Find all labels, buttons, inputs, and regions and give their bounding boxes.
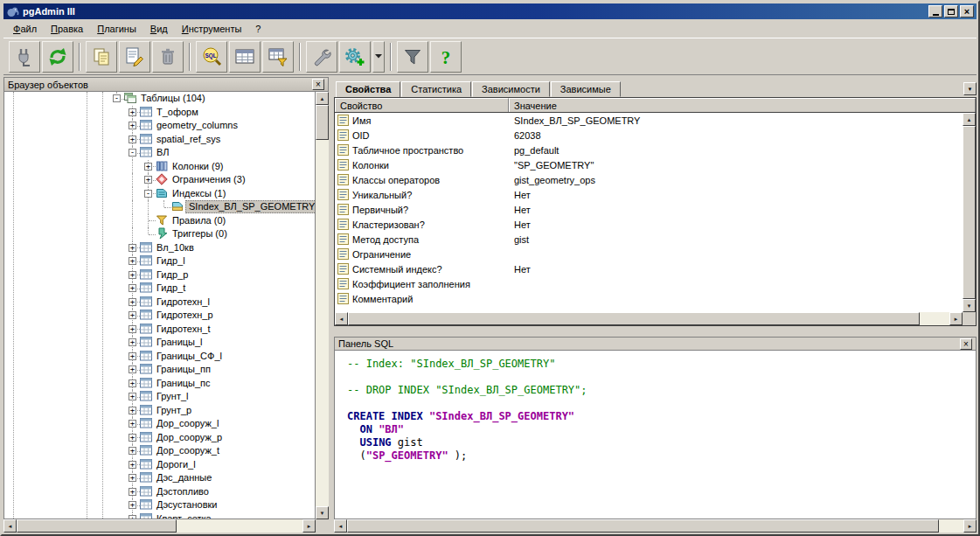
tree-item-label[interactable]: Гидр_t bbox=[154, 282, 188, 295]
tab-overflow-button[interactable]: ▼ bbox=[963, 82, 977, 95]
expand-plus-icon[interactable]: + bbox=[129, 122, 136, 129]
expand-plus-icon[interactable]: + bbox=[129, 108, 136, 116]
expand-plus-icon[interactable]: + bbox=[129, 447, 136, 455]
sql-hscroll-thumb[interactable] bbox=[347, 519, 939, 533]
property-row[interactable]: Уникальный?Нет bbox=[335, 187, 963, 202]
tree-item-label[interactable]: Колонки (9) bbox=[170, 160, 226, 173]
expand-plus-icon[interactable]: + bbox=[129, 501, 136, 509]
tree-hscroll-track[interactable] bbox=[17, 519, 302, 533]
close-button[interactable]: × bbox=[960, 5, 974, 17]
expand-plus-icon[interactable]: + bbox=[129, 244, 136, 252]
tree-item-label[interactable]: SIndex_ВЛ_SP_GEOMETRY bbox=[185, 200, 316, 213]
tree-item-label[interactable]: Гидротехн_t bbox=[154, 323, 212, 336]
tree-item-label[interactable]: Границы_пс bbox=[154, 377, 213, 390]
property-row[interactable]: Комментарий bbox=[335, 291, 963, 306]
expand-plus-icon[interactable]: + bbox=[129, 393, 136, 400]
property-row[interactable]: Кластеризован?Нет bbox=[335, 217, 963, 232]
tree-vertical-scrollbar[interactable]: ▲ ▼ bbox=[316, 92, 329, 519]
tree-item-label[interactable]: Индексы (1) bbox=[170, 187, 228, 200]
expand-plus-icon[interactable]: + bbox=[129, 379, 136, 387]
menu-help[interactable]: ? bbox=[248, 21, 268, 37]
scroll-right-icon[interactable]: ► bbox=[949, 312, 963, 325]
refresh-button[interactable] bbox=[42, 41, 73, 73]
execute-dropdown-button[interactable] bbox=[372, 41, 385, 73]
props-hscroll-thumb[interactable] bbox=[348, 312, 920, 325]
scroll-left-icon[interactable]: ◄ bbox=[3, 519, 17, 533]
tab-properties[interactable]: Свойства bbox=[336, 81, 400, 98]
scroll-up-icon[interactable]: ▲ bbox=[316, 92, 329, 105]
tree-item-label[interactable]: Дэсустановки bbox=[154, 498, 219, 512]
properties-button[interactable] bbox=[86, 41, 117, 73]
tree-vscroll-thumb[interactable] bbox=[316, 105, 329, 140]
scroll-down-icon[interactable]: ▼ bbox=[316, 506, 329, 519]
expand-plus-icon[interactable]: + bbox=[144, 163, 152, 171]
property-row[interactable]: Метод доступаgist bbox=[335, 232, 963, 247]
tree-item-label[interactable]: Триггеры (0) bbox=[170, 227, 230, 240]
query-tool-button[interactable]: SQL bbox=[196, 41, 227, 73]
scroll-left-icon[interactable]: ◄ bbox=[335, 312, 348, 325]
tree-item-label[interactable]: Границы_пп bbox=[154, 363, 213, 376]
view-data-button[interactable] bbox=[229, 41, 261, 73]
collapse-minus-icon[interactable]: - bbox=[144, 190, 152, 198]
expand-plus-icon[interactable]: + bbox=[129, 311, 136, 319]
props-vscroll-track[interactable] bbox=[963, 126, 976, 299]
tree-horizontal-scrollbar[interactable]: ◄ ► bbox=[3, 519, 316, 533]
sql-hscroll-track[interactable] bbox=[347, 519, 963, 533]
tree-item-label[interactable]: geometry_columns bbox=[154, 119, 240, 132]
execute-button[interactable] bbox=[339, 41, 371, 73]
tree-item-label[interactable]: Границы_СФ_l bbox=[154, 350, 225, 363]
property-row[interactable]: Колонки"SP_GEOMETRY" bbox=[335, 157, 963, 172]
connect-button[interactable] bbox=[9, 41, 40, 73]
tree-item-label[interactable]: Дороги_l bbox=[154, 458, 198, 471]
properties-horizontal-scrollbar[interactable]: ◄ ► bbox=[335, 312, 963, 325]
collapse-minus-icon[interactable]: - bbox=[113, 94, 121, 102]
tree-item-label[interactable]: Гидр_p bbox=[154, 268, 191, 282]
scroll-up-icon[interactable]: ▲ bbox=[963, 113, 976, 126]
sql-horizontal-scrollbar[interactable]: ◄ ► bbox=[334, 519, 977, 533]
expand-plus-icon[interactable]: + bbox=[129, 434, 136, 442]
maintenance-button[interactable] bbox=[306, 41, 337, 73]
tree-item-label[interactable]: Гидротехн_l bbox=[154, 296, 212, 309]
expand-plus-icon[interactable]: + bbox=[144, 176, 152, 184]
vacuum-button[interactable] bbox=[397, 41, 428, 73]
expand-plus-icon[interactable]: + bbox=[129, 461, 136, 469]
tree-item-label[interactable]: Правила (0) bbox=[170, 214, 228, 227]
tab-dependents[interactable]: Зависимые bbox=[551, 81, 621, 97]
object-browser-close-button[interactable]: × bbox=[312, 79, 324, 90]
expand-plus-icon[interactable]: + bbox=[129, 338, 136, 346]
menu-plugins[interactable]: Плагины bbox=[90, 21, 143, 37]
tree-item-label[interactable]: Дэстопливо bbox=[154, 485, 212, 498]
create-sql-script-button[interactable] bbox=[119, 41, 150, 73]
tree-item-label[interactable]: Вл_10кв bbox=[154, 241, 197, 254]
tree-item-label[interactable]: Дор_сооруж_p bbox=[154, 431, 225, 444]
properties-vertical-scrollbar[interactable]: ▲ ▼ bbox=[963, 113, 976, 312]
tree-item-label[interactable]: Грунт_p bbox=[154, 404, 194, 417]
drop-object-button[interactable] bbox=[152, 41, 184, 73]
tree-item-label[interactable]: Грунт_l bbox=[154, 390, 191, 403]
expand-plus-icon[interactable]: + bbox=[129, 325, 136, 333]
property-row[interactable]: Системный индекс?Нет bbox=[335, 261, 963, 276]
scroll-left-icon[interactable]: ◄ bbox=[334, 519, 347, 533]
horizontal-splitter[interactable] bbox=[334, 326, 977, 337]
tab-statistics[interactable]: Статистика bbox=[401, 81, 471, 97]
collapse-minus-icon[interactable]: - bbox=[129, 149, 136, 157]
menu-edit[interactable]: Правка bbox=[44, 21, 90, 37]
tree-item-label[interactable]: Ограничения (3) bbox=[170, 173, 248, 186]
filtered-view-button[interactable] bbox=[262, 41, 294, 73]
tree-item-label[interactable]: Гидротехн_p bbox=[154, 309, 216, 322]
expand-plus-icon[interactable]: + bbox=[129, 488, 136, 496]
props-vscroll-thumb[interactable] bbox=[963, 126, 976, 299]
property-row[interactable]: Классы операторовgist_geometry_ops bbox=[335, 172, 963, 187]
menu-view[interactable]: Вид bbox=[143, 21, 175, 37]
tree-item-label[interactable]: Границы_l bbox=[154, 336, 205, 349]
minimize-button[interactable] bbox=[928, 5, 942, 17]
property-row[interactable]: Табличное пространствоpg_default bbox=[335, 143, 963, 157]
help-button[interactable]: ? bbox=[430, 41, 462, 73]
expand-plus-icon[interactable]: + bbox=[129, 407, 136, 414]
expand-plus-icon[interactable]: + bbox=[129, 474, 136, 482]
property-row[interactable]: Ограничение bbox=[335, 247, 963, 261]
column-header-property[interactable]: Свойство bbox=[335, 98, 509, 112]
tree-vscroll-track[interactable] bbox=[316, 105, 329, 506]
expand-plus-icon[interactable]: + bbox=[129, 365, 136, 373]
property-row[interactable]: Коэффициент заполнения bbox=[335, 276, 963, 291]
